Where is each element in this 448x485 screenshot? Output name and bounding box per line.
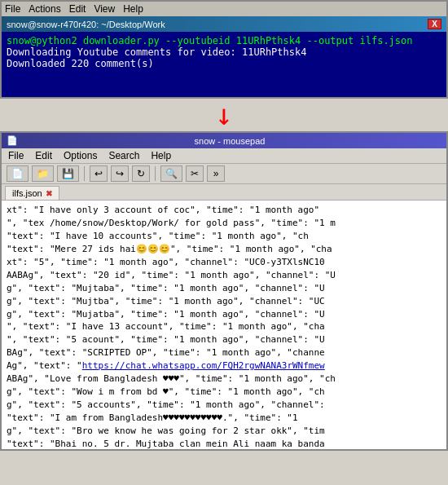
- terminal-close-button[interactable]: X: [428, 19, 441, 29]
- menu-view[interactable]: View: [94, 3, 115, 15]
- terminal-output-2: Downloaded 220 comment(s): [7, 58, 441, 69]
- editor-line-0: xt": "I have only 3 account of coc", "ti…: [7, 204, 441, 217]
- editor-title: snow - mousepad: [195, 136, 266, 146]
- whatsapp-link[interactable]: https://chat.whatsapp.com/FQH2rgwNANA3rW…: [82, 360, 325, 371]
- menu-file[interactable]: File: [5, 3, 20, 15]
- editor-line-11: BAg", "text": "SCRIPTED OP", "time": "1 …: [7, 346, 441, 359]
- editor-toolbar: 📄 📁 💾 ↩ ↪ ↻ 🔍 ✂ »: [2, 164, 446, 184]
- editor-line-7: g", "text": "Mujtba", "time": "1 month a…: [7, 295, 441, 308]
- toolbar-undo[interactable]: ↩: [90, 165, 108, 182]
- editor-line-3: "text": "Mere 27 ids hai😊😊😊", "time": "1…: [7, 243, 441, 256]
- editor-line-18: "text": "Bhai no. 5 dr. Mujtaba clan mei…: [7, 438, 441, 449]
- editor-window: 📄 snow - mousepad File Edit Options Sear…: [0, 131, 448, 451]
- terminal-content: snow@python2 downloader.py --youtubeid 1…: [2, 32, 446, 97]
- toolbar-reload[interactable]: ↻: [132, 165, 150, 182]
- editor-menu-help[interactable]: Help: [151, 150, 171, 161]
- arrow-container: ↓: [0, 99, 448, 131]
- toolbar-sep-2: [155, 166, 156, 181]
- toolbar-replace[interactable]: ✂: [186, 165, 204, 182]
- editor-title-icon: 📄: [7, 135, 18, 146]
- tab-label: ilfs.json: [12, 188, 42, 198]
- editor-line-9: ", "text": "I have 13 account", "time": …: [7, 320, 441, 333]
- toolbar-save[interactable]: 💾: [57, 165, 79, 182]
- terminal-titlebar: snow@snow-r470r420: ~/Desktop/Work X: [2, 16, 446, 32]
- editor-titlebar: 📄 snow - mousepad: [2, 133, 446, 148]
- editor-line-5: AABAg", "text": "20 id", "time": "1 mont…: [7, 269, 441, 282]
- editor-line-12: Ag", "text": "https://chat.whatsapp.com/…: [7, 359, 441, 373]
- toolbar-redo[interactable]: ↪: [111, 165, 129, 182]
- terminal-command-line: snow@python2 downloader.py --youtubeid 1…: [7, 35, 441, 46]
- menu-edit[interactable]: Edit: [69, 3, 86, 15]
- toolbar-sep-1: [84, 166, 85, 181]
- editor-tab-ilfs[interactable]: ilfs.json ✖: [5, 186, 59, 200]
- editor-line-15: g", "text": "5 accounts", "time": "1 mon…: [7, 399, 441, 412]
- editor-menu-edit[interactable]: Edit: [35, 150, 52, 161]
- terminal-title: snow@snow-r470r420: ~/Desktop/Work: [7, 20, 165, 29]
- terminal-prompt: snow@: [7, 35, 36, 46]
- editor-menubar: File Edit Options Search Help: [2, 148, 446, 164]
- editor-menu-file[interactable]: File: [8, 150, 24, 161]
- toolbar-find[interactable]: 🔍: [160, 165, 182, 182]
- editor-menu-search[interactable]: Search: [108, 150, 139, 161]
- editor-tabs: ilfs.json ✖: [2, 184, 446, 201]
- editor-line-17: g", "text": "Bro we know he was going fo…: [7, 425, 441, 438]
- editor-line-13: ABAg", "Love from Bangladesh ♥♥♥", "time…: [7, 373, 441, 386]
- terminal-menubar: File Actions Edit View Help: [2, 2, 446, 16]
- editor-line-14: g", "text": "Wow i m from bd ♥", "time":…: [7, 386, 441, 399]
- terminal-output-1: Downloading Youtube comments for video: …: [7, 46, 441, 58]
- terminal-command: python2 downloader.py --youtubeid 11URhP…: [36, 35, 412, 46]
- editor-line-10: ", "text": "5 acount", "time": "1 month …: [7, 333, 441, 346]
- toolbar-new[interactable]: 📄: [7, 165, 29, 182]
- editor-line-4: xt": "5", "time": "1 month ago", "channe…: [7, 256, 441, 269]
- editor-line-6: g", "text": "Mujtaba", "time": "1 month …: [7, 282, 441, 295]
- editor-content[interactable]: xt": "I have only 3 account of coc", "ti…: [2, 201, 446, 449]
- menu-help[interactable]: Help: [123, 3, 143, 15]
- tab-close-button[interactable]: ✖: [46, 189, 52, 198]
- toolbar-more[interactable]: »: [207, 165, 225, 182]
- editor-line-2: "text": "I have 10 accounts", "time": "1…: [7, 230, 441, 243]
- editor-line-16: "text": "I am from Bangladesh♥♥♥♥♥♥♥♥♥♥♥…: [7, 412, 441, 425]
- terminal-window: File Actions Edit View Help snow@snow-r4…: [0, 0, 448, 99]
- editor-line-8: g", "text": "Mujatba", "time": "1 month …: [7, 308, 441, 321]
- red-arrow-icon: ↓: [215, 100, 233, 130]
- menu-actions[interactable]: Actions: [29, 3, 60, 15]
- editor-menu-options[interactable]: Options: [64, 150, 97, 161]
- editor-line-1: ", "tex /home/snow/Desktop/Work/ for gol…: [7, 217, 441, 230]
- toolbar-open[interactable]: 📁: [32, 165, 54, 182]
